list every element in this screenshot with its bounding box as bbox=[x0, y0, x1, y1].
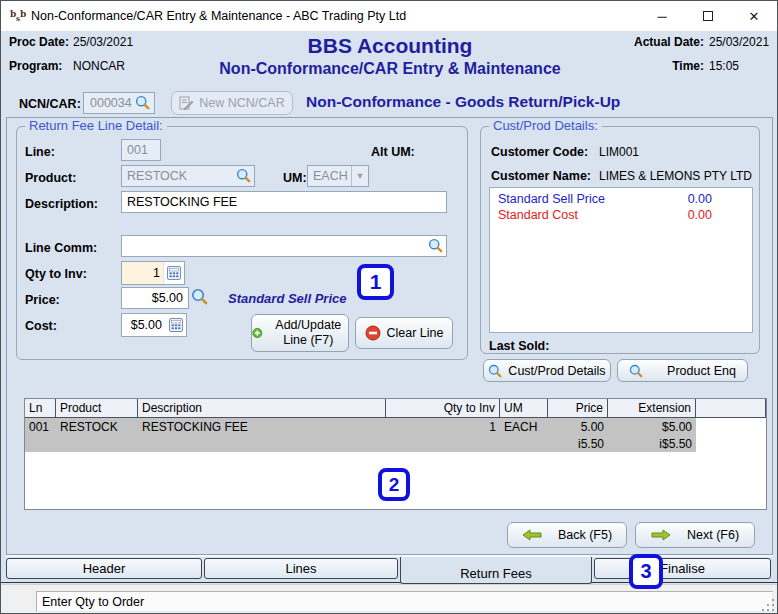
program-label: Program: bbox=[9, 59, 71, 73]
table-row[interactable]: i5.50 i$5.50 bbox=[25, 435, 766, 452]
table-header-row: Ln Product Description Qty to Inv UM Pri… bbox=[25, 399, 766, 418]
cell-ln: 001 bbox=[25, 418, 56, 435]
description-input[interactable] bbox=[121, 191, 447, 213]
app-window: b s b Non-Conformance/CAR Entry & Mainte… bbox=[0, 0, 778, 614]
price-input[interactable] bbox=[121, 287, 189, 309]
customer-name-value: LIMES & LEMONS PTY LTD bbox=[599, 169, 757, 183]
status-message-field: Enter Qty to Order bbox=[36, 591, 773, 612]
clear-line-label: Clear Line bbox=[387, 326, 444, 341]
proc-date-value: 25/03/2021 bbox=[73, 35, 133, 49]
price-info-listbox[interactable]: Standard Sell Price 0.00 Standard Cost 0… bbox=[489, 187, 753, 333]
col-header-um: UM bbox=[500, 399, 548, 417]
next-label: Next (F6) bbox=[687, 528, 739, 542]
maximize-button[interactable] bbox=[685, 1, 731, 31]
description-label: Description: bbox=[25, 197, 98, 211]
screen-title: Non-Conformance/CAR Entry & Maintenance bbox=[140, 60, 640, 78]
tab-finalise[interactable]: Finalise bbox=[594, 558, 771, 579]
time-label: Time: bbox=[628, 59, 704, 73]
col-header-filler bbox=[696, 399, 766, 417]
svg-text:b: b bbox=[20, 9, 26, 19]
um-label: UM: bbox=[283, 171, 307, 185]
cell-description bbox=[138, 435, 386, 452]
cost-value: $5.00 bbox=[122, 318, 166, 332]
col-header-price: Price bbox=[548, 399, 608, 417]
annotation-2: 2 bbox=[378, 468, 410, 501]
add-update-line-button[interactable]: Add/Update Line (F7) bbox=[251, 314, 349, 352]
sell-price-label: Standard Sell Price bbox=[498, 192, 605, 206]
cell-product: RESTOCK bbox=[56, 418, 138, 435]
header: Proc Date: 25/03/2021 Program: NONCAR BB… bbox=[1, 31, 778, 117]
search-icon bbox=[488, 364, 502, 378]
product-search-icon[interactable] bbox=[236, 168, 251, 183]
product-enq-button[interactable]: Product Enq bbox=[617, 359, 748, 382]
std-cost-value: 0.00 bbox=[688, 208, 712, 222]
resize-grip[interactable] bbox=[762, 599, 776, 613]
cell-um: EACH bbox=[500, 418, 548, 435]
um-select[interactable]: EACH ▼ bbox=[307, 165, 369, 187]
table-row[interactable]: 001 RESTOCK RESTOCKING FEE 1 EACH 5.00 $… bbox=[25, 418, 766, 435]
new-ncn-car-label: New NCN/CAR bbox=[199, 96, 284, 110]
product-label: Product: bbox=[25, 171, 76, 185]
cell-ln bbox=[25, 435, 56, 452]
cust-prod-details-label: Cust/Prod Details bbox=[508, 364, 605, 378]
line-comm-search-icon[interactable] bbox=[428, 238, 443, 253]
chevron-down-icon: ▼ bbox=[351, 166, 368, 186]
window-title: Non-Conformance/CAR Entry & Maintenance … bbox=[31, 9, 406, 23]
back-label: Back (F5) bbox=[558, 528, 612, 542]
cost-calculator-icon[interactable] bbox=[166, 318, 186, 332]
tab-header[interactable]: Header bbox=[6, 558, 202, 579]
tab-lines[interactable]: Lines bbox=[204, 558, 398, 579]
maximize-icon bbox=[703, 11, 713, 21]
tab-return-fees[interactable]: Return Fees bbox=[400, 557, 592, 584]
price-search-icon[interactable] bbox=[191, 288, 208, 305]
last-sold-label: Last Sold: bbox=[489, 339, 549, 353]
col-header-extension: Extension bbox=[608, 399, 696, 417]
search-icon bbox=[629, 364, 643, 378]
return-fee-group-title: Return Fee Line Detail: bbox=[25, 118, 167, 133]
new-document-icon bbox=[179, 96, 194, 110]
um-value: EACH bbox=[308, 169, 351, 183]
alt-um-label: Alt UM: bbox=[371, 145, 415, 159]
ncn-car-label: NCN/CAR: bbox=[19, 97, 81, 111]
customer-code-label: Customer Code: bbox=[491, 145, 588, 159]
cell-qty: 1 bbox=[386, 418, 500, 435]
cell-um bbox=[500, 435, 548, 452]
new-ncn-car-button[interactable]: New NCN/CAR bbox=[171, 91, 293, 115]
line-comm-label: Line Comm: bbox=[25, 241, 97, 255]
line-input[interactable] bbox=[121, 139, 161, 161]
list-item: Standard Cost 0.00 bbox=[490, 207, 752, 223]
qty-calculator-icon[interactable] bbox=[164, 266, 184, 280]
minimize-button[interactable]: ─ bbox=[639, 1, 685, 31]
cost-field[interactable]: $5.00 bbox=[121, 313, 187, 337]
ncn-search-icon[interactable] bbox=[135, 95, 150, 110]
next-button[interactable]: Next (F6) bbox=[635, 522, 755, 548]
cell-price: i5.50 bbox=[548, 435, 608, 452]
clear-line-button[interactable]: Clear Line bbox=[355, 317, 453, 349]
arrow-right-icon bbox=[651, 529, 671, 541]
sell-price-value: 0.00 bbox=[688, 192, 712, 206]
cell-extension: $5.00 bbox=[608, 418, 696, 435]
status-message: Enter Qty to Order bbox=[42, 595, 144, 609]
minus-icon bbox=[365, 325, 381, 341]
col-header-product: Product bbox=[56, 399, 138, 417]
line-comm-input[interactable] bbox=[121, 235, 447, 257]
status-bar: Enter Qty to Order bbox=[1, 584, 778, 614]
product-input[interactable] bbox=[121, 165, 255, 187]
qty-to-inv-value: 1 bbox=[122, 262, 164, 284]
col-header-ln: Ln bbox=[25, 399, 56, 417]
back-button[interactable]: Back (F5) bbox=[507, 522, 627, 548]
app-title: BBS Accounting bbox=[140, 34, 640, 58]
document-type-title: Non-Conformance - Goods Return/Pick-Up bbox=[306, 93, 620, 111]
customer-name-label: Customer Name: bbox=[491, 169, 591, 183]
qty-to-inv-label: Qty to Inv: bbox=[25, 267, 87, 281]
close-button[interactable]: ✕ bbox=[731, 1, 777, 31]
qty-to-inv-field[interactable]: 1 bbox=[121, 261, 185, 285]
cust-prod-group-title: Cust/Prod Details: bbox=[489, 118, 602, 133]
cust-prod-details-button[interactable]: Cust/Prod Details bbox=[483, 359, 611, 382]
arrow-left-icon bbox=[522, 529, 542, 541]
actual-date-value: 25/03/2021 bbox=[709, 35, 769, 49]
price-note: Standard Sell Price bbox=[228, 291, 347, 306]
price-label: Price: bbox=[25, 293, 60, 307]
annotation-1: 1 bbox=[357, 264, 394, 300]
app-icon: b s b bbox=[9, 7, 27, 25]
